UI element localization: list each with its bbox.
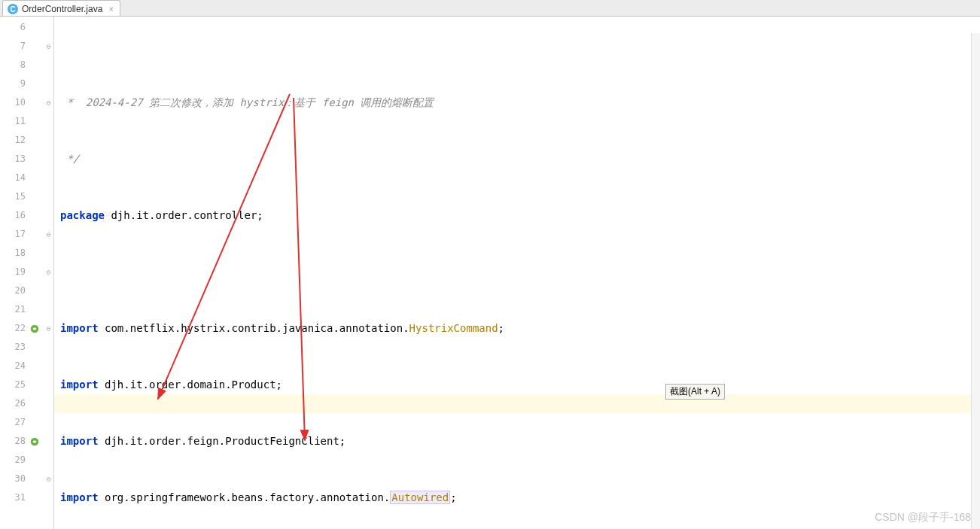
tab-filename: OrderController.java (22, 4, 102, 14)
spring-bean-icon[interactable] (26, 319, 44, 338)
keyword: import (60, 379, 99, 391)
tab-bar: C OrderController.java × (0, 0, 980, 17)
keyword: package (60, 209, 105, 221)
scrollbar[interactable] (971, 33, 980, 529)
file-tab[interactable]: C OrderController.java × (2, 0, 120, 16)
comment: * 2024-4-27 第二次修改，添加 hystrix：基于 feign 调用… (60, 96, 434, 108)
gutter-icons (26, 17, 44, 529)
line-number-gutter: 678910111213 1415161718192021 2223242526… (0, 17, 26, 529)
code-text: djh.it.order.controller; (105, 209, 263, 221)
fold-gutter[interactable]: ⊖ ⊖⊖ ⊖⊖ ⊖ (44, 17, 54, 529)
keyword: import (60, 322, 99, 334)
screenshot-tooltip: 截图(Alt + A) (665, 384, 725, 400)
java-class-icon: C (8, 4, 18, 14)
class-ref-highlighted: Autowired (390, 491, 450, 504)
spring-bean-icon[interactable] (26, 432, 44, 451)
class-ref: HystrixCommand (409, 322, 498, 334)
watermark: CSDN @段子手-168 (875, 511, 971, 524)
comment: */ (60, 153, 79, 165)
editor[interactable]: 678910111213 1415161718192021 2223242526… (0, 17, 980, 529)
keyword: import (60, 435, 99, 447)
code-area[interactable]: * 2024-4-27 第二次修改，添加 hystrix：基于 feign 调用… (54, 17, 980, 529)
keyword: import (60, 491, 99, 503)
close-icon[interactable]: × (108, 5, 113, 14)
